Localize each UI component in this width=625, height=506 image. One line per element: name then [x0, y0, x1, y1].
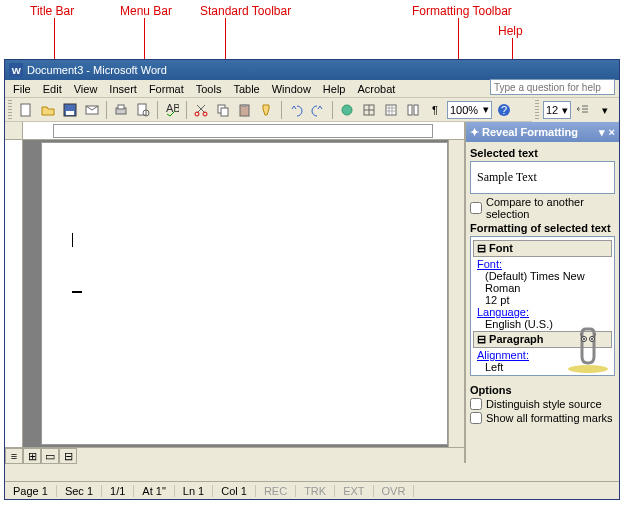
document-view — [5, 140, 464, 447]
undo-icon[interactable] — [286, 100, 306, 120]
paste-icon[interactable] — [235, 100, 255, 120]
main-area: ≡ ⊞ ▭ ⊟ ✦ Reveal Formatting ▾ × Selected… — [5, 122, 619, 463]
status-ext[interactable]: EXT — [335, 485, 373, 497]
svg-rect-14 — [221, 108, 228, 116]
view-buttons: ≡ ⊞ ▭ ⊟ — [5, 448, 77, 463]
ruler-corner — [5, 122, 23, 140]
end-of-document-marker — [72, 291, 82, 293]
insert-table-icon[interactable] — [381, 100, 401, 120]
format-painter-icon[interactable] — [257, 100, 277, 120]
open-icon[interactable] — [38, 100, 58, 120]
decrease-indent-icon[interactable] — [573, 100, 593, 120]
status-line: Ln 1 — [175, 485, 213, 497]
outline-view-button[interactable]: ⊟ — [59, 448, 77, 464]
compare-checkbox[interactable]: Compare to another selection — [470, 196, 615, 220]
distinguish-checkbox[interactable]: Distinguish style source — [470, 398, 615, 410]
menu-file[interactable]: File — [7, 81, 37, 97]
svg-rect-4 — [66, 111, 74, 115]
options-label: Options — [470, 384, 615, 396]
svg-rect-20 — [408, 105, 412, 115]
window-title: Document3 - Microsoft Word — [27, 64, 167, 76]
show-hide-icon[interactable]: ¶ — [425, 100, 445, 120]
indentation-link[interactable]: Indentation: — [473, 373, 612, 376]
svg-text:?: ? — [501, 104, 507, 116]
status-bar: Page 1 Sec 1 1/1 At 1" Ln 1 Col 1 REC TR… — [5, 481, 619, 499]
font-size-combo[interactable]: 12▾ — [543, 101, 571, 119]
callout-title-bar: Title Bar — [30, 4, 74, 18]
taskpane-close-icon[interactable]: × — [609, 126, 615, 138]
cut-icon[interactable] — [191, 100, 211, 120]
menu-window[interactable]: Window — [266, 81, 317, 97]
status-pages: 1/1 — [102, 485, 134, 497]
hyperlink-icon[interactable] — [337, 100, 357, 120]
menu-help[interactable]: Help — [317, 81, 352, 97]
task-pane: ✦ Reveal Formatting ▾ × Selected text Sa… — [464, 122, 619, 463]
status-trk[interactable]: TRK — [296, 485, 335, 497]
horizontal-ruler[interactable] — [23, 122, 464, 140]
taskpane-header: ✦ Reveal Formatting ▾ × — [466, 122, 619, 142]
spelling-icon[interactable]: ABC — [162, 100, 182, 120]
print-preview-icon[interactable] — [133, 100, 153, 120]
zoom-combo[interactable]: 100%▾ — [447, 101, 492, 119]
showall-checkbox[interactable]: Show all formatting marks — [470, 412, 615, 424]
menu-tools[interactable]: Tools — [190, 81, 228, 97]
app-window: W Document3 - Microsoft Word File Edit V… — [4, 59, 620, 500]
formatting-label: Formatting of selected text — [470, 222, 615, 234]
web-view-button[interactable]: ⊞ — [23, 448, 41, 464]
formatting-toolbar: 12▾ ▾ — [532, 98, 618, 122]
toolbar-grip[interactable] — [8, 100, 12, 120]
callout-menu-bar: Menu Bar — [120, 4, 172, 18]
menu-acrobat[interactable]: Acrobat — [351, 81, 401, 97]
normal-view-button[interactable]: ≡ — [5, 448, 23, 464]
vertical-scrollbar[interactable] — [448, 140, 464, 447]
callout-help: Help — [498, 24, 523, 38]
sample-text-box: Sample Text — [470, 161, 615, 194]
vertical-ruler[interactable] — [5, 140, 23, 447]
office-assistant-icon[interactable] — [564, 325, 612, 373]
redo-icon[interactable] — [308, 100, 328, 120]
toolbar-options-icon[interactable]: ▾ — [595, 100, 615, 120]
print-layout-button[interactable]: ▭ — [41, 448, 59, 464]
callout-std-toolbar: Standard Toolbar — [200, 4, 291, 18]
svg-text:ABC: ABC — [166, 103, 179, 114]
copy-icon[interactable] — [213, 100, 233, 120]
standard-toolbar: ABC ¶ 100%▾ ? — [5, 98, 619, 122]
help-icon[interactable]: ? — [494, 100, 514, 120]
toolbar-grip[interactable] — [535, 100, 539, 120]
status-ovr[interactable]: OVR — [374, 485, 415, 497]
menu-view[interactable]: View — [68, 81, 104, 97]
svg-rect-16 — [242, 104, 247, 107]
formatting-details: ⊟ Font Font: (Default) Times New Roman 1… — [470, 236, 615, 376]
print-icon[interactable] — [111, 100, 131, 120]
columns-icon[interactable] — [403, 100, 423, 120]
svg-rect-2 — [21, 104, 30, 116]
tables-borders-icon[interactable] — [359, 100, 379, 120]
horizontal-scrollbar[interactable] — [77, 448, 464, 463]
hscroll-row: ≡ ⊞ ▭ ⊟ — [5, 447, 464, 463]
svg-text:W: W — [12, 65, 22, 76]
insertion-point — [72, 233, 73, 247]
svg-point-27 — [583, 338, 585, 340]
svg-point-24 — [568, 365, 608, 373]
save-icon[interactable] — [60, 100, 80, 120]
status-section: Sec 1 — [57, 485, 102, 497]
callout-fmt-toolbar: Formatting Toolbar — [412, 4, 512, 18]
title-bar: W Document3 - Microsoft Word — [5, 60, 619, 80]
font-link[interactable]: Font: — [473, 258, 612, 270]
svg-rect-8 — [138, 104, 146, 115]
menu-edit[interactable]: Edit — [37, 81, 68, 97]
document-area: ≡ ⊞ ▭ ⊟ — [5, 122, 464, 463]
language-link[interactable]: Language: — [473, 306, 612, 318]
svg-rect-19 — [386, 105, 396, 115]
menu-insert[interactable]: Insert — [103, 81, 143, 97]
new-icon[interactable] — [16, 100, 36, 120]
menu-table[interactable]: Table — [227, 81, 265, 97]
menu-format[interactable]: Format — [143, 81, 190, 97]
taskpane-dropdown-icon[interactable]: ▾ — [599, 126, 605, 139]
email-icon[interactable] — [82, 100, 102, 120]
selected-text-label: Selected text — [470, 147, 615, 159]
help-search-input[interactable] — [490, 79, 615, 95]
status-rec[interactable]: REC — [256, 485, 296, 497]
font-group[interactable]: ⊟ Font — [473, 240, 612, 257]
document-page[interactable] — [41, 142, 448, 445]
